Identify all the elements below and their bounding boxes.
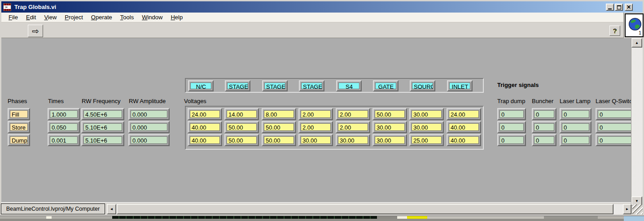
voltage-field-r0-c3[interactable]: 2.00 [298, 108, 333, 120]
voltage-field-r0-c4[interactable]: 2.00 [336, 108, 370, 120]
column-header-4[interactable]: S4 [336, 80, 362, 91]
trigger-field-c0-r0[interactable]: 0 [497, 108, 526, 120]
scroll-right-button[interactable]: ► [623, 204, 631, 214]
voltages-label: Voltages [184, 98, 206, 105]
context-help-button[interactable]: ? [609, 26, 620, 36]
rw-frequency-field-row2[interactable]: 5.10E+6 [81, 134, 124, 146]
voltage-field-r1-c1[interactable]: 50.00 [224, 121, 259, 133]
trigger-column-label-1: Buncher [532, 98, 553, 105]
trigger-field-c0-r2[interactable]: 0 [497, 134, 526, 146]
menu-item-0[interactable]: File [4, 13, 22, 22]
trigger-column-label-3: Laser Q-Switc [596, 98, 631, 105]
rw-frequency-field-row1[interactable]: 5.10E+6 [81, 121, 124, 133]
trigger-field-c1-r2[interactable]: 0 [532, 134, 556, 146]
times-label: Times [48, 98, 64, 105]
voltage-field-r2-c2[interactable]: 50.00 [262, 134, 296, 146]
column-header-2[interactable]: STAGE2 [262, 80, 288, 91]
voltage-field-r1-c7[interactable]: 40.00 [447, 121, 481, 133]
menu-item-6[interactable]: Window [138, 13, 166, 22]
voltage-value: 30.00 [412, 123, 442, 131]
arrow-down-icon: ▼ [635, 199, 639, 203]
trigger-signals-title: Trigger signals [497, 82, 539, 89]
phase-field-row1[interactable]: Store [8, 121, 30, 133]
voltage-grid-container: 24.0014.008.002.002.0050.0030.0024.0040.… [185, 106, 484, 150]
trigger-field-c0-r1[interactable]: 0 [497, 121, 526, 133]
arrow-right-icon: ► [626, 207, 629, 211]
rw-amplitude-label: RW Amplitude [129, 98, 166, 105]
rw-frequency-field-row0[interactable]: 4.50E+6 [81, 108, 124, 120]
menu-item-1[interactable]: Edit [22, 13, 40, 22]
voltage-field-r0-c2[interactable]: 8.00 [262, 108, 296, 120]
time-field-row1[interactable]: 0.050 [48, 121, 80, 133]
voltage-field-r2-c1[interactable]: 50.00 [224, 134, 259, 146]
run-button[interactable]: ⇨ [28, 25, 43, 37]
trigger-field-c3-r2[interactable]: 0 [596, 134, 631, 146]
scroll-up-button[interactable]: ▲ [631, 38, 642, 48]
voltage-field-r1-c4[interactable]: 2.00 [336, 121, 370, 133]
voltage-field-r0-c0[interactable]: 24.00 [188, 108, 222, 120]
close-button[interactable]: ✕ [625, 4, 633, 11]
column-header-0[interactable]: N/C [188, 80, 214, 91]
trigger-field-c2-r2[interactable]: 0 [560, 134, 591, 146]
trigger-field-c2-r1[interactable]: 0 [560, 121, 591, 133]
toolbar [1, 22, 623, 38]
trigger-field-c2-r0[interactable]: 0 [560, 108, 591, 120]
horizontal-scrollbar-thumb[interactable] [117, 204, 613, 214]
time-field-row0[interactable]: 1.000 [48, 108, 80, 120]
vi-icon-pane[interactable]: 1 [625, 13, 644, 37]
run-arrow-icon: ⇨ [32, 26, 39, 36]
menu-item-4[interactable]: Operate [87, 13, 116, 22]
voltage-value: 40.00 [190, 136, 220, 144]
trigger-field-c3-r0[interactable]: 0 [596, 108, 631, 120]
rw-amplitude-field-row2[interactable]: 0.000 [128, 134, 170, 146]
voltage-field-r0-c1[interactable]: 14.00 [224, 108, 259, 120]
minimize-button[interactable] [606, 4, 614, 11]
trigger-field-c1-r1[interactable]: 0 [532, 121, 556, 133]
vi-instance-count: 1 [639, 30, 641, 35]
column-header-6[interactable]: SOURCE [410, 80, 435, 91]
vertical-scrollbar[interactable] [631, 38, 643, 206]
phase-field-row0[interactable]: Fill [8, 108, 30, 120]
rw-amplitude-field-row1[interactable]: 0.000 [128, 121, 170, 133]
resize-grip[interactable] [632, 204, 643, 214]
project-context-label: BeamLineControl.lvproj/My Computer [1, 204, 105, 214]
voltage-field-r2-c0[interactable]: 40.00 [188, 134, 222, 146]
menu-item-5[interactable]: Tools [116, 13, 138, 22]
trigger-column-label-0: Trap dump [497, 98, 525, 105]
voltage-field-r2-c3[interactable]: 30.00 [298, 134, 333, 146]
column-header-5[interactable]: GATE [373, 80, 399, 91]
column-header-7[interactable]: INLET [447, 80, 473, 91]
voltage-value: 2.00 [338, 110, 368, 118]
menu-item-7[interactable]: Help [166, 13, 187, 22]
voltage-value: 14.00 [227, 110, 257, 118]
scroll-left-button[interactable]: ◄ [107, 204, 116, 214]
time-field-row2[interactable]: 0.001 [48, 134, 80, 146]
phase-field-row2[interactable]: Dump [8, 134, 30, 146]
voltage-field-r1-c3[interactable]: 2.00 [298, 121, 333, 133]
trigger-value: 0 [499, 123, 524, 131]
desktop-strip [0, 216, 644, 221]
menu-item-3[interactable]: Project [61, 13, 87, 22]
voltage-field-r0-c5[interactable]: 50.00 [372, 108, 407, 120]
voltage-value: 2.00 [338, 123, 368, 131]
voltage-field-r1-c0[interactable]: 40.00 [188, 121, 222, 133]
voltage-field-r0-c7[interactable]: 24.00 [447, 108, 481, 120]
trigger-field-c3-r1[interactable]: 0 [596, 121, 631, 133]
voltage-field-r0-c6[interactable]: 30.00 [409, 108, 444, 120]
voltage-field-r1-c2[interactable]: 50.00 [262, 121, 296, 133]
trigger-field-c1-r0[interactable]: 0 [532, 108, 556, 120]
voltage-field-r2-c4[interactable]: 30.00 [336, 134, 370, 146]
column-header-container: N/CSTAGE1STAGE2STAGE 3S4GATESOURCEINLET [185, 78, 484, 93]
voltage-field-r2-c5[interactable]: 30.00 [372, 134, 407, 146]
column-header-3[interactable]: STAGE 3 [299, 80, 324, 91]
rw-frequency-label: RW Frequency [82, 98, 120, 105]
menu-item-2[interactable]: View [40, 13, 61, 22]
voltage-field-r1-c6[interactable]: 30.00 [409, 121, 444, 133]
column-header-1[interactable]: STAGE1 [225, 80, 250, 91]
voltage-field-r1-c5[interactable]: 30.00 [372, 121, 407, 133]
title-bar[interactable]: ➢ Trap Globals.vi ✕ [1, 1, 643, 13]
voltage-field-r2-c7[interactable]: 40.00 [447, 134, 481, 146]
maximize-button[interactable] [615, 4, 623, 11]
voltage-field-r2-c6[interactable]: 25.00 [409, 134, 444, 146]
rw-amplitude-field-row0[interactable]: 0.000 [128, 108, 170, 120]
